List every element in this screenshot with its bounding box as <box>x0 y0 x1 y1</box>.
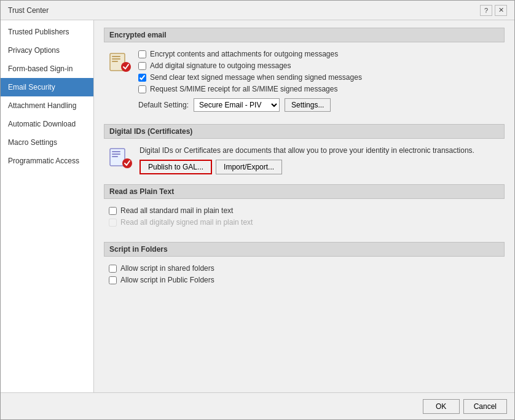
read-all-digitally-signed-label: Read all digitally signed mail in plain … <box>120 218 253 227</box>
send-clear-text-label[interactable]: Send clear text signed message when send… <box>150 73 362 82</box>
encrypt-contents-label[interactable]: Encrypt contents and attachments for out… <box>150 50 338 58</box>
trust-center-dialog: Trust Center ? ✕ Trusted Publishers Priv… <box>0 0 515 420</box>
default-setting-dropdown[interactable]: Secure Email - PIV <box>194 98 280 112</box>
ok-button[interactable]: OK <box>423 399 460 414</box>
digital-ids-buttons: Publish to GAL... Import/Export... <box>140 160 500 174</box>
encrypted-email-checkboxes: Encrypt contents and attachments for out… <box>138 50 500 112</box>
digital-id-icon <box>109 146 133 171</box>
allow-script-shared-label[interactable]: Allow script in shared folders <box>120 264 214 273</box>
content-area: Encrypted email <box>94 20 514 392</box>
read-plain-text-section: Read as Plain Text Read all standard mai… <box>104 184 505 235</box>
allow-script-public-checkbox[interactable] <box>109 276 117 284</box>
import-export-button[interactable]: Import/Export... <box>216 160 282 174</box>
cert-icon <box>109 51 132 74</box>
svg-rect-6 <box>112 151 120 152</box>
request-smime-label[interactable]: Request S/MIME receipt for all S/MIME si… <box>150 85 337 93</box>
request-smime-checkbox[interactable] <box>138 85 146 93</box>
read-plain-text-content: Read all standard mail in plain text Rea… <box>104 204 505 235</box>
add-digital-sig-checkbox[interactable] <box>138 62 146 70</box>
svg-rect-3 <box>112 61 118 62</box>
digital-ids-section: Digital IDs (Certificates) Dig <box>104 124 505 177</box>
sidebar-item-email-security[interactable]: Email Security <box>1 78 93 96</box>
allow-script-public-row: Allow script in Public Folders <box>109 276 500 284</box>
read-all-standard-checkbox[interactable] <box>109 207 117 215</box>
titlebar: Trust Center ? ✕ <box>1 1 514 20</box>
encrypt-contents-checkbox[interactable] <box>138 50 146 58</box>
digital-ids-header: Digital IDs (Certificates) <box>104 124 505 139</box>
encrypted-email-section: Encrypted email <box>104 28 505 117</box>
read-all-standard-label[interactable]: Read all standard mail in plain text <box>120 206 233 215</box>
send-clear-text-row: Send clear text signed message when send… <box>138 73 500 82</box>
footer: OK Cancel <box>1 392 514 419</box>
sidebar-item-programmatic-access[interactable]: Programmatic Access <box>1 152 93 170</box>
script-in-folders-header: Script in Folders <box>104 242 505 257</box>
digital-ids-content: Digital IDs or Certificates are document… <box>104 144 505 177</box>
read-all-digitally-signed-row: Read all digitally signed mail in plain … <box>109 218 500 227</box>
sidebar-item-trusted-publishers[interactable]: Trusted Publishers <box>1 23 93 41</box>
allow-script-shared-row: Allow script in shared folders <box>109 264 500 273</box>
request-smime-row: Request S/MIME receipt for all S/MIME si… <box>138 85 500 93</box>
send-clear-text-checkbox[interactable] <box>138 74 146 82</box>
script-in-folders-content: Allow script in shared folders Allow scr… <box>104 262 505 292</box>
allow-script-shared-checkbox[interactable] <box>109 265 117 273</box>
digital-ids-text-area: Digital IDs or Certificates are document… <box>140 146 500 174</box>
svg-rect-2 <box>112 58 120 60</box>
sidebar-item-privacy-options[interactable]: Privacy Options <box>1 41 93 60</box>
sidebar-item-automatic-download[interactable]: Automatic Download <box>1 115 93 133</box>
encrypted-email-content: Encrypt contents and attachments for out… <box>104 47 505 117</box>
publish-to-gal-button[interactable]: Publish to GAL... <box>140 160 212 174</box>
sidebar-item-form-based-sign-in[interactable]: Form-based Sign-in <box>1 60 93 78</box>
default-setting-label: Default Setting: <box>138 101 189 109</box>
add-digital-sig-label[interactable]: Add digital signature to outgoing messag… <box>150 61 291 70</box>
settings-button[interactable]: Settings... <box>285 98 331 112</box>
sidebar-item-attachment-handling[interactable]: Attachment Handling <box>1 96 93 115</box>
sidebar: Trusted Publishers Privacy Options Form-… <box>1 20 94 392</box>
titlebar-controls: ? ✕ <box>480 5 507 16</box>
svg-rect-1 <box>112 56 120 57</box>
script-in-folders-section: Script in Folders Allow script in shared… <box>104 242 505 292</box>
encrypted-email-header: Encrypted email <box>104 28 505 42</box>
sidebar-item-macro-settings[interactable]: Macro Settings <box>1 133 93 152</box>
svg-rect-8 <box>112 156 118 157</box>
cancel-button[interactable]: Cancel <box>463 399 507 414</box>
read-plain-text-header: Read as Plain Text <box>104 184 505 199</box>
dialog-title: Trust Center <box>8 6 49 15</box>
read-all-standard-row: Read all standard mail in plain text <box>109 206 500 215</box>
encrypt-contents-row: Encrypt contents and attachments for out… <box>138 50 500 58</box>
digital-ids-description: Digital IDs or Certificates are document… <box>140 146 500 155</box>
close-button[interactable]: ✕ <box>495 5 507 16</box>
allow-script-public-label[interactable]: Allow script in Public Folders <box>120 276 214 284</box>
default-setting-row: Default Setting: Secure Email - PIV Sett… <box>138 98 500 112</box>
add-digital-sig-row: Add digital signature to outgoing messag… <box>138 61 500 70</box>
help-button[interactable]: ? <box>480 5 492 16</box>
main-content: Trusted Publishers Privacy Options Form-… <box>1 20 514 392</box>
read-all-digitally-signed-checkbox[interactable] <box>109 219 117 227</box>
svg-rect-7 <box>112 154 120 155</box>
